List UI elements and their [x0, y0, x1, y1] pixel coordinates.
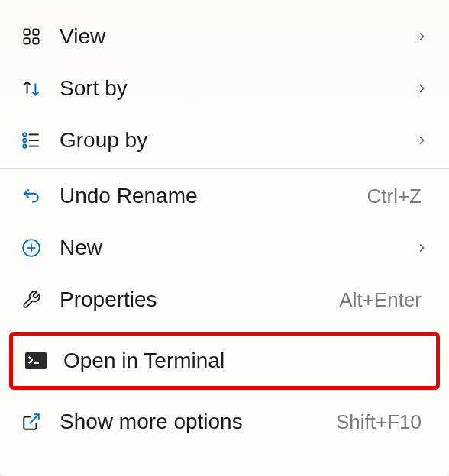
open-in-terminal-menu-item[interactable]: Open in Terminal: [13, 336, 436, 386]
plus-circle-icon: [21, 238, 60, 258]
svg-line-15: [30, 414, 39, 423]
menu-label: Show more options: [60, 410, 336, 434]
svg-rect-1: [33, 29, 39, 35]
external-link-icon: [21, 412, 60, 432]
context-menu: View Sort by: [0, 0, 449, 476]
svg-point-8: [23, 139, 26, 142]
svg-point-7: [23, 133, 26, 136]
properties-menu-item[interactable]: Properties Alt+Enter: [0, 274, 449, 326]
svg-rect-13: [25, 352, 47, 369]
terminal-icon: [25, 352, 63, 369]
menu-label: Sort by: [60, 76, 409, 101]
menu-shortcut: Ctrl+Z: [367, 185, 422, 208]
chevron-right-icon: [409, 242, 428, 254]
svg-rect-3: [33, 38, 39, 44]
menu-shortcut: Alt+Enter: [339, 288, 422, 312]
menu-label: Undo Rename: [60, 184, 367, 208]
menu-label: Properties: [60, 288, 339, 312]
wrench-icon: [21, 290, 60, 310]
sort-by-menu-item[interactable]: Sort by: [0, 63, 449, 114]
menu-shortcut: Shift+F10: [336, 410, 422, 434]
menu-label: Group by: [60, 128, 409, 153]
menu-label: New: [60, 236, 409, 260]
svg-rect-2: [24, 38, 30, 44]
group-by-menu-item[interactable]: Group by: [0, 114, 449, 166]
group-icon: [21, 130, 60, 150]
sort-icon: [21, 79, 60, 98]
undo-icon: [21, 186, 60, 206]
show-more-options-menu-item[interactable]: Show more options Shift+F10: [0, 396, 449, 448]
view-menu-item[interactable]: View: [0, 11, 449, 63]
menu-separator: [0, 168, 449, 169]
menu-label: View: [60, 24, 409, 49]
grid-icon: [21, 27, 60, 47]
undo-menu-item[interactable]: Undo Rename Ctrl+Z: [0, 170, 449, 222]
chevron-right-icon: [409, 134, 428, 146]
chevron-right-icon: [409, 82, 428, 95]
new-menu-item[interactable]: New: [0, 222, 449, 274]
svg-point-9: [23, 144, 26, 147]
menu-label: Open in Terminal: [63, 349, 424, 373]
highlight-annotation: Open in Terminal: [9, 332, 440, 390]
chevron-right-icon: [409, 31, 428, 43]
svg-rect-0: [24, 29, 30, 35]
